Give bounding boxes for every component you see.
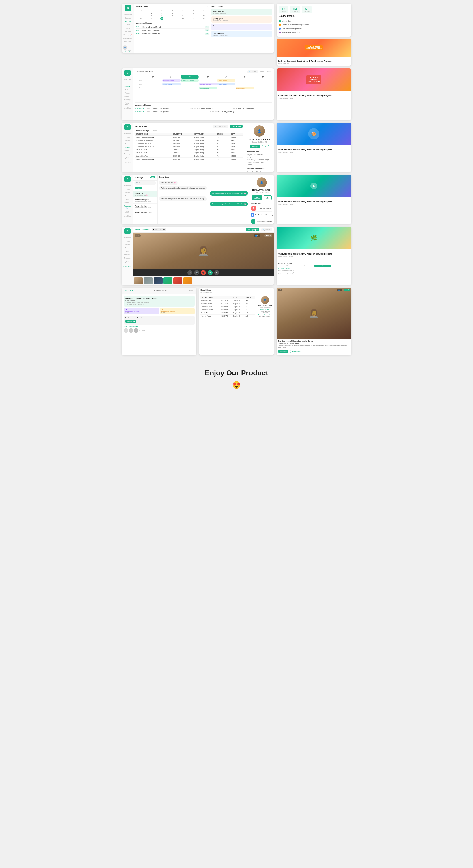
new-message-btn[interactable]: New	[150, 177, 155, 179]
nav-message-2[interactable]: Message	[123, 98, 132, 101]
nav-exam[interactable]: Exam	[123, 23, 133, 27]
nav-students[interactable]: Students	[123, 30, 133, 33]
result-search[interactable]: 🔍 Search result	[213, 125, 228, 128]
inbox-tab[interactable]: Inbox	[135, 187, 142, 189]
course-card-basic-design[interactable]: Basic Design Introduction to Design	[211, 9, 272, 15]
day-wed[interactable]: 16Wed	[199, 75, 217, 79]
mic-btn[interactable]: 🎤	[188, 270, 192, 275]
nav-r-5[interactable]: Routine	[123, 243, 132, 246]
prev-btn[interactable]: ‹ Prev	[260, 70, 265, 73]
live-search[interactable]: 🔍 Search	[261, 228, 272, 231]
mobile-week-toggle[interactable]: Week ˅	[190, 290, 195, 291]
event-block[interactable]: Offshore Meeting	[162, 83, 180, 86]
nav-notice-2[interactable]: Notice Board	[123, 101, 132, 106]
course-dropdown[interactable]: Course ˅	[152, 130, 158, 132]
nav-c-4[interactable]: Courses	[123, 187, 132, 191]
course-card-colors[interactable]: Colors Principles & elements	[211, 24, 272, 30]
event-block[interactable]: Advanced Typography	[199, 83, 217, 86]
result-row[interactable]: Shakib Al Hasan20215473Graphic DesignA-2…	[135, 151, 243, 155]
nav-live-2[interactable]: Live Class	[123, 106, 132, 110]
blog-card-4[interactable]: ▶ Cultivate Calm and Creativity with Fun…	[277, 175, 351, 224]
share-btn[interactable]: 🖥	[214, 270, 219, 275]
message-search[interactable]: 🔍 Search	[134, 181, 156, 185]
nav-nb-3[interactable]: Notice Board	[123, 156, 132, 160]
search-bar[interactable]: 🔍 Search	[247, 70, 258, 73]
cal-day[interactable]: 17	[167, 17, 178, 20]
event-block[interactable]: One Line Drawing	[199, 87, 217, 89]
result-row[interactable]: Nura Aalvina Fatehi20215473Graphic Desig…	[135, 155, 243, 158]
cal-day[interactable]: 19	[188, 17, 199, 20]
result-row[interactable]: Jannatul Robinson Jasmin20215473Graphic …	[135, 145, 243, 148]
file-item-1[interactable]: 📄 Course_material.pdf	[251, 205, 272, 212]
mobile-result-row[interactable]: Nura A. Fatehi20215473Graphic D.A-2	[200, 315, 255, 318]
mobile-message-btn[interactable]: Message	[278, 350, 289, 353]
cal-day[interactable]: 5	[188, 12, 199, 14]
add-people-btn[interactable]: + Add people	[246, 228, 259, 231]
cal-day[interactable]: 4	[178, 12, 188, 14]
cal-day[interactable]: 20	[199, 17, 209, 20]
nav-nb-5[interactable]: Notice Board	[123, 260, 132, 265]
upcoming-item-2[interactable]: 20 March, 2021 09 pm One line Drawing Me…	[135, 110, 272, 113]
message-item-arlene2[interactable]: Arlene Murphy Lane ...	[133, 210, 158, 216]
event-block[interactable]: Offshore Strategy	[217, 80, 235, 82]
day-sat[interactable]: 19Sat	[254, 75, 272, 79]
nav-students-2[interactable]: Students	[123, 95, 132, 98]
next-btn[interactable]: Next ›	[267, 70, 272, 73]
nav-c-3[interactable]: Courses	[123, 135, 132, 139]
message-item-devon[interactable]: Devon Lane Hello how are you 🌸	[133, 191, 158, 197]
event-block[interactable]: Business of Illustration	[162, 80, 180, 82]
result-row[interactable]: Shakib Al Hasan20215473Graphic DesignA-2…	[135, 148, 243, 151]
nav-nb-4[interactable]: Notice Board	[123, 210, 132, 214]
cal-day[interactable]: 14	[136, 17, 146, 20]
nav-dashboard[interactable]: Dashboard	[123, 13, 133, 17]
day-tue[interactable]: 15Tue	[181, 75, 199, 79]
file-item-3[interactable]: 🎵 Design_graduate.mp3	[251, 218, 272, 224]
mobile-result-row[interactable]: Aminul Ahmed20215473Graphic D.A-2	[200, 299, 255, 302]
nav-result-2[interactable]: Result	[123, 91, 132, 95]
call-btn-2[interactable]: 📞 Call	[264, 195, 272, 200]
mobile-result-row[interactable]: Jannatul Jasmin20215473Graphic D.A-2	[200, 302, 255, 305]
nav-lc-4[interactable]: Live Class	[123, 214, 132, 218]
cal-day[interactable]: 12	[188, 14, 199, 17]
nav-st-3[interactable]: Students	[123, 149, 132, 152]
upcoming-item-1[interactable]: 16 March, 2021 09 pm One line Drawing Me…	[135, 107, 272, 110]
upcoming-class-1[interactable]: 09:00 One Line Drawing Method Live	[136, 25, 209, 29]
nav-e-3[interactable]: Exam	[123, 142, 132, 146]
cal-day[interactable]: 11	[178, 14, 188, 17]
cal-day[interactable]: 9	[157, 14, 167, 17]
nav-res-4[interactable]: Result	[123, 197, 132, 201]
nav-c-5[interactable]: Courses	[123, 240, 132, 243]
mobile-participants-btn[interactable]: Participants	[290, 350, 303, 353]
nav-res-3[interactable]: Result	[123, 146, 132, 149]
download-btn[interactable]: Download	[126, 320, 136, 323]
day-fri[interactable]: 18Fri	[236, 75, 254, 79]
cal-day[interactable]: 1	[146, 12, 157, 14]
nav-e-5[interactable]: Exam	[123, 246, 132, 250]
blog-card-3[interactable]: 🎨 Cultivate Calm and Creativity with Fun…	[277, 123, 351, 172]
message-item-kathryn[interactable]: Kathryn Murphy We have more public works…	[133, 197, 158, 204]
upcoming-class-3[interactable]: 03:00 Continuous Line Drawing Live	[136, 32, 209, 35]
mobile-course-card[interactable]: Business of Illustration and Lettering C…	[124, 296, 195, 307]
mobile-result-row[interactable]: Robinson Jasmin20215473Graphic D.A-2	[200, 308, 255, 311]
message-btn[interactable]: Message	[250, 145, 260, 149]
nav-live[interactable]: Live Class	[123, 40, 133, 43]
cal-day[interactable]: 15	[146, 17, 157, 20]
nav-exam-2[interactable]: Exam	[123, 88, 132, 91]
day-thu[interactable]: 17Thu	[217, 75, 235, 79]
nav-routine[interactable]: Routine	[123, 20, 133, 23]
nav-e-4[interactable]: Exam	[123, 194, 132, 197]
nav-db-3[interactable]: Dashboard	[123, 132, 132, 135]
cal-day[interactable]: 18	[178, 17, 188, 20]
msg-btn[interactable]: 📩 Message	[252, 195, 262, 200]
cal-day[interactable]: 3	[167, 12, 178, 14]
message-item-arlene[interactable]: Arlene McCoy We have more public works..…	[133, 204, 158, 210]
nav-st-5[interactable]: Students	[123, 253, 132, 256]
course-card-typography[interactable]: Typography Introduction to Typography	[211, 16, 272, 23]
cal-day[interactable]: 13	[199, 14, 209, 17]
day-mon[interactable]: 14Mon	[162, 75, 180, 79]
result-row[interactable]: Aminul Ahmed Choudhury20215473Graphic De…	[135, 158, 243, 161]
event-block[interactable]: Offshore Strategy	[236, 87, 254, 89]
cal-day[interactable]: 6	[199, 12, 209, 14]
add-result-btn[interactable]: + Add result	[230, 125, 242, 128]
cal-day[interactable]	[136, 12, 146, 14]
